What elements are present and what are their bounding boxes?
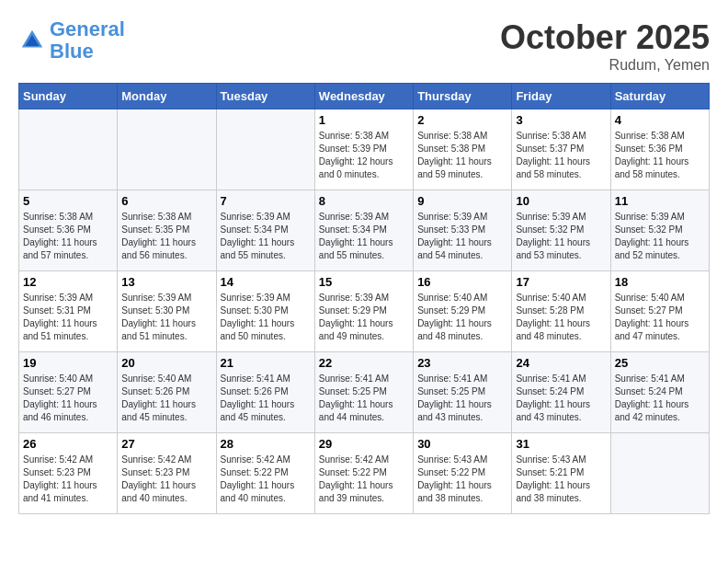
calendar-cell: 6Sunrise: 5:38 AMSunset: 5:35 PMDaylight… [118,190,216,271]
calendar-week-2: 5Sunrise: 5:38 AMSunset: 5:36 PMDaylight… [19,190,710,271]
day-number: 6 [121,194,211,208]
day-number: 16 [417,275,507,289]
day-info: Sunrise: 5:38 AMSunset: 5:36 PMDaylight:… [615,130,705,181]
day-number: 13 [121,275,211,289]
calendar-cell: 27Sunrise: 5:42 AMSunset: 5:23 PMDayligh… [118,433,216,514]
day-info: Sunrise: 5:38 AMSunset: 5:39 PMDaylight:… [319,130,409,181]
day-info: Sunrise: 5:39 AMSunset: 5:32 PMDaylight:… [615,211,705,262]
day-number: 4 [615,113,705,127]
page-header: General Blue October 2025 Rudum, Yemen [18,18,710,74]
day-number: 3 [516,113,606,127]
day-info: Sunrise: 5:38 AMSunset: 5:35 PMDaylight:… [121,211,211,262]
day-number: 9 [417,194,507,208]
calendar-cell: 7Sunrise: 5:39 AMSunset: 5:34 PMDaylight… [216,190,314,271]
day-info: Sunrise: 5:42 AMSunset: 5:23 PMDaylight:… [23,454,113,505]
calendar-cell [118,109,216,190]
day-number: 30 [417,437,507,451]
day-info: Sunrise: 5:38 AMSunset: 5:36 PMDaylight:… [23,211,113,262]
day-info: Sunrise: 5:41 AMSunset: 5:26 PMDaylight:… [221,373,311,424]
day-info: Sunrise: 5:39 AMSunset: 5:34 PMDaylight:… [221,211,311,262]
day-number: 5 [23,194,113,208]
day-number: 31 [516,437,606,451]
day-number: 14 [221,275,311,289]
calendar-cell: 20Sunrise: 5:40 AMSunset: 5:26 PMDayligh… [118,352,216,433]
calendar-cell [216,109,314,190]
day-number: 7 [221,194,311,208]
calendar-cell: 14Sunrise: 5:39 AMSunset: 5:30 PMDayligh… [216,271,314,352]
logo: General Blue [18,18,125,63]
calendar-table: SundayMondayTuesdayWednesdayThursdayFrid… [18,83,710,514]
calendar-cell: 30Sunrise: 5:43 AMSunset: 5:22 PMDayligh… [414,433,512,514]
location: Rudum, Yemen [500,57,710,74]
calendar-cell: 8Sunrise: 5:39 AMSunset: 5:34 PMDaylight… [314,190,413,271]
day-number: 8 [319,194,409,208]
calendar-cell: 11Sunrise: 5:39 AMSunset: 5:32 PMDayligh… [610,190,709,271]
day-info: Sunrise: 5:42 AMSunset: 5:23 PMDaylight:… [121,454,211,505]
calendar-cell: 15Sunrise: 5:39 AMSunset: 5:29 PMDayligh… [314,271,413,352]
day-info: Sunrise: 5:39 AMSunset: 5:30 PMDaylight:… [121,292,211,343]
calendar-cell: 31Sunrise: 5:43 AMSunset: 5:21 PMDayligh… [512,433,610,514]
day-number: 29 [319,437,409,451]
day-number: 10 [516,194,606,208]
calendar-cell: 29Sunrise: 5:42 AMSunset: 5:22 PMDayligh… [314,433,413,514]
weekday-header-saturday: Saturday [610,84,709,109]
calendar-week-3: 12Sunrise: 5:39 AMSunset: 5:31 PMDayligh… [19,271,710,352]
day-number: 2 [417,113,507,127]
calendar-cell: 18Sunrise: 5:40 AMSunset: 5:27 PMDayligh… [610,271,709,352]
weekday-header-thursday: Thursday [414,84,512,109]
day-info: Sunrise: 5:39 AMSunset: 5:32 PMDaylight:… [516,211,606,262]
calendar-cell: 3Sunrise: 5:38 AMSunset: 5:37 PMDaylight… [512,109,610,190]
day-info: Sunrise: 5:41 AMSunset: 5:25 PMDaylight:… [319,373,409,424]
calendar-cell: 17Sunrise: 5:40 AMSunset: 5:28 PMDayligh… [512,271,610,352]
calendar-cell: 23Sunrise: 5:41 AMSunset: 5:25 PMDayligh… [414,352,512,433]
day-info: Sunrise: 5:41 AMSunset: 5:24 PMDaylight:… [615,373,705,424]
day-info: Sunrise: 5:39 AMSunset: 5:33 PMDaylight:… [417,211,507,262]
day-info: Sunrise: 5:43 AMSunset: 5:22 PMDaylight:… [417,454,507,505]
day-info: Sunrise: 5:40 AMSunset: 5:26 PMDaylight:… [121,373,211,424]
day-info: Sunrise: 5:38 AMSunset: 5:38 PMDaylight:… [417,130,507,181]
day-number: 12 [23,275,113,289]
day-number: 11 [615,194,705,208]
month-title: October 2025 [500,18,710,57]
calendar-cell: 19Sunrise: 5:40 AMSunset: 5:27 PMDayligh… [19,352,118,433]
day-info: Sunrise: 5:40 AMSunset: 5:28 PMDaylight:… [516,292,606,343]
day-info: Sunrise: 5:38 AMSunset: 5:37 PMDaylight:… [516,130,606,181]
day-info: Sunrise: 5:41 AMSunset: 5:25 PMDaylight:… [417,373,507,424]
calendar-cell: 16Sunrise: 5:40 AMSunset: 5:29 PMDayligh… [414,271,512,352]
calendar-week-1: 1Sunrise: 5:38 AMSunset: 5:39 PMDaylight… [19,109,710,190]
weekday-header-row: SundayMondayTuesdayWednesdayThursdayFrid… [19,84,710,109]
calendar-cell: 10Sunrise: 5:39 AMSunset: 5:32 PMDayligh… [512,190,610,271]
calendar-cell [19,109,118,190]
day-info: Sunrise: 5:39 AMSunset: 5:30 PMDaylight:… [221,292,311,343]
day-number: 20 [121,356,211,370]
weekday-header-monday: Monday [118,84,216,109]
day-number: 25 [615,356,705,370]
weekday-header-tuesday: Tuesday [216,84,314,109]
calendar-cell: 21Sunrise: 5:41 AMSunset: 5:26 PMDayligh… [216,352,314,433]
logo-text: General Blue [50,18,125,63]
day-number: 15 [319,275,409,289]
day-number: 21 [221,356,311,370]
calendar-cell: 25Sunrise: 5:41 AMSunset: 5:24 PMDayligh… [610,352,709,433]
weekday-header-sunday: Sunday [19,84,118,109]
day-number: 26 [23,437,113,451]
calendar-cell [610,433,709,514]
day-info: Sunrise: 5:39 AMSunset: 5:34 PMDaylight:… [319,211,409,262]
day-number: 1 [319,113,409,127]
day-info: Sunrise: 5:42 AMSunset: 5:22 PMDaylight:… [319,454,409,505]
calendar-cell: 9Sunrise: 5:39 AMSunset: 5:33 PMDaylight… [414,190,512,271]
logo-icon [18,27,46,54]
calendar-cell: 4Sunrise: 5:38 AMSunset: 5:36 PMDaylight… [610,109,709,190]
calendar-cell: 5Sunrise: 5:38 AMSunset: 5:36 PMDaylight… [19,190,118,271]
day-number: 23 [417,356,507,370]
day-info: Sunrise: 5:40 AMSunset: 5:27 PMDaylight:… [23,373,113,424]
calendar-cell: 12Sunrise: 5:39 AMSunset: 5:31 PMDayligh… [19,271,118,352]
day-number: 17 [516,275,606,289]
day-info: Sunrise: 5:41 AMSunset: 5:24 PMDaylight:… [516,373,606,424]
calendar-cell: 1Sunrise: 5:38 AMSunset: 5:39 PMDaylight… [314,109,413,190]
calendar-week-5: 26Sunrise: 5:42 AMSunset: 5:23 PMDayligh… [19,433,710,514]
day-info: Sunrise: 5:40 AMSunset: 5:27 PMDaylight:… [615,292,705,343]
day-info: Sunrise: 5:39 AMSunset: 5:29 PMDaylight:… [319,292,409,343]
calendar-cell: 13Sunrise: 5:39 AMSunset: 5:30 PMDayligh… [118,271,216,352]
day-number: 22 [319,356,409,370]
